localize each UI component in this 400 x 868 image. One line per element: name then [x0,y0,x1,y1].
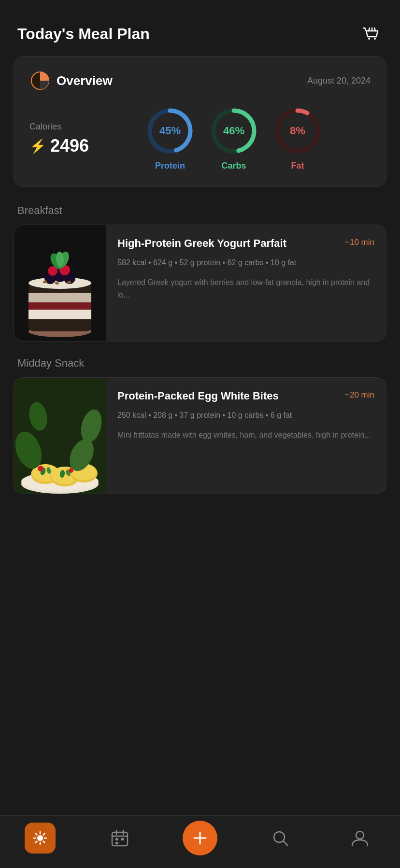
breakfast-section-label: Breakfast [0,204,400,217]
overview-date: August 20, 2024 [307,76,371,86]
overview-icon [29,70,51,91]
overview-body: Calories ⚡ 2496 45% Protein [29,107,371,171]
svg-rect-60 [121,838,124,840]
plus-icon [191,829,209,847]
calories-section: Calories ⚡ 2496 [29,122,97,156]
midday-meal-info: Protein-Packed Egg White Bites ~20 min 2… [106,378,386,494]
fat-percent: 8% [290,125,305,137]
nav-add[interactable] [181,824,219,853]
bottom-nav [0,815,400,868]
protein-circle: 45% [146,107,194,155]
overview-title-row: Overview [29,70,113,91]
breakfast-meal-card[interactable]: High-Protein Greek Yogurt Parfait ~10 mi… [14,225,386,342]
svg-rect-15 [29,310,91,319]
overview-header: Overview August 20, 2024 [29,70,371,91]
svg-line-51 [35,834,37,835]
carbs-circle: 46% [210,107,258,155]
lightning-icon: ⚡ [29,138,46,154]
calories-label: Calories [29,122,97,132]
svg-rect-55 [112,832,128,846]
overview-card: Overview August 20, 2024 Calories ⚡ 2496… [14,56,386,187]
breakfast-meal-time: ~10 min [345,238,374,247]
nav-home[interactable] [21,824,59,853]
svg-line-53 [43,834,44,835]
protein-percent: 45% [159,125,181,137]
svg-point-40 [38,466,43,471]
macro-fat: 8% Fat [273,107,322,171]
breakfast-meal-image [14,225,106,341]
svg-point-1 [374,38,376,40]
nav-search[interactable] [261,824,300,853]
midday-meal-card[interactable]: Protein-Packed Egg White Bites ~20 min 2… [14,377,386,494]
svg-line-65 [283,841,287,845]
nav-calendar[interactable] [100,824,139,853]
svg-line-54 [35,841,37,843]
midday-meal-desc: Mini frittatas made with egg whites, ham… [117,429,374,441]
profile-icon [350,828,370,848]
nav-profile[interactable] [341,824,379,853]
midday-meal-name: Protein-Packed Egg White Bites [117,389,339,403]
calories-value: ⚡ 2496 [29,136,97,156]
svg-rect-14 [29,302,91,310]
protein-label: Protein [155,161,185,171]
midday-meal-header: Protein-Packed Egg White Bites ~20 min [117,389,374,403]
svg-rect-23 [67,281,71,284]
calories-number: 2496 [50,136,89,156]
midday-meal-time: ~20 min [345,390,374,400]
home-icon-bg [25,823,56,854]
fat-label: Fat [291,161,304,171]
carbs-percent: 46% [223,125,244,137]
midday-section-label: Midday Snack [0,357,400,370]
svg-line-52 [43,841,44,843]
macros-row: 45% Protein 46% Carbs [97,107,371,171]
svg-rect-13 [29,293,91,302]
macro-carbs: 46% Carbs [210,107,258,171]
breakfast-meal-stats: 582 kcal • 624 g • 52 g protein • 62 g c… [117,256,374,269]
search-icon [271,828,290,848]
breakfast-meal-header: High-Protein Greek Yogurt Parfait ~10 mi… [117,237,374,251]
svg-rect-59 [115,838,118,840]
carbs-label: Carbs [221,161,246,171]
calendar-icon [110,828,129,848]
midday-meal-stats: 250 kcal • 208 g • 37 g protein • 10 g c… [117,409,374,422]
sun-icon [32,830,48,846]
overview-title: Overview [57,73,113,88]
breakfast-meal-desc: Layered Greek yogurt with berries and lo… [117,276,374,301]
page-title: Today's Meal Plan [17,25,150,43]
header: Today's Meal Plan [0,0,400,56]
basket-icon[interactable] [361,23,383,44]
add-icon [183,821,217,855]
svg-rect-61 [115,842,118,844]
svg-point-66 [356,831,364,839]
breakfast-meal-info: High-Protein Greek Yogurt Parfait ~10 mi… [106,225,386,341]
fat-circle: 8% [273,107,322,155]
svg-point-46 [37,835,43,841]
breakfast-meal-name: High-Protein Greek Yogurt Parfait [117,237,339,251]
midday-meal-image [14,378,106,494]
svg-point-0 [368,38,370,40]
macro-protein: 45% Protein [146,107,194,171]
